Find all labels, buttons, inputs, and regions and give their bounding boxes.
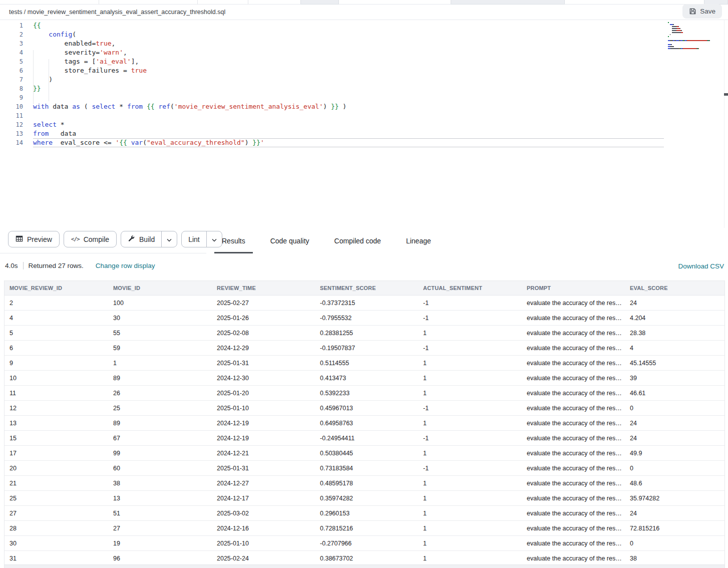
prompt-preview-text: evaluate the accuracy of the res… [527, 555, 622, 562]
cell-sentiment-score: -0.24954411 [315, 435, 418, 442]
cell-actual-sentiment: 1 [418, 330, 522, 337]
query-duration: 4.0s [5, 262, 18, 269]
cell-sentiment-score: 0.72815216 [315, 525, 418, 532]
cell-prompt: evaluate the accuracy of the res… [522, 495, 625, 502]
cell-movie-id: 19 [108, 540, 212, 547]
compile-button[interactable]: </> Compile [64, 231, 117, 247]
cell-prompt: evaluate the accuracy of the res… [522, 510, 625, 517]
cell-review-time: 2025-02-08 [212, 330, 315, 337]
cell-actual-sentiment: 1 [418, 360, 522, 367]
cell-prompt: evaluate the accuracy of the res… [522, 525, 625, 532]
cell-eval-score: 0 [625, 405, 724, 412]
cell-eval-score: 24 [625, 420, 724, 427]
cell-prompt: evaluate the accuracy of the res… [522, 345, 625, 352]
preview-label: Preview [27, 235, 52, 243]
cell-prompt: evaluate the accuracy of the res… [522, 420, 625, 427]
cell-actual-sentiment: -1 [418, 315, 522, 322]
save-icon [689, 8, 696, 15]
cell-movie-review-id: 2 [5, 300, 108, 307]
column-header: MOVIE_REVIEW_ID [5, 285, 108, 291]
editor-scrollbar-thumb[interactable] [724, 93, 728, 96]
cell-sentiment-score: 0.73183584 [315, 465, 418, 472]
download-csv-link[interactable]: Download CSV [678, 262, 724, 270]
prompt-preview-text: evaluate the accuracy of the res… [527, 510, 622, 517]
cell-review-time: 2025-01-20 [212, 390, 315, 397]
prompt-preview-text: evaluate the accuracy of the res… [527, 360, 622, 367]
table-row: 2 100 2025-02-27 -0.37372315 -1 evaluate… [5, 296, 724, 311]
tab-fragment[interactable] [451, 0, 565, 5]
chevron-down-icon [167, 235, 172, 244]
prompt-preview-text: evaluate the accuracy of the res… [527, 420, 622, 427]
cell-movie-id: 89 [108, 375, 212, 382]
cell-actual-sentiment: -1 [418, 405, 522, 412]
editor-minimap[interactable] [668, 22, 723, 50]
editor-scrollbar-track[interactable] [724, 20, 728, 228]
lint-button[interactable]: Lint [182, 231, 206, 247]
cell-review-time: 2025-01-31 [212, 465, 315, 472]
table-row: 12 25 2025-01-10 0.45967013 -1 evaluate … [5, 401, 724, 416]
save-button[interactable]: Save [682, 4, 722, 19]
cell-prompt: evaluate the accuracy of the res… [522, 300, 625, 307]
table-row: 25 13 2024-12-17 0.35974282 1 evaluate t… [5, 491, 724, 506]
cell-sentiment-score: 0.35974282 [315, 495, 418, 502]
tab-code-quality[interactable]: Code quality [258, 228, 322, 253]
cell-sentiment-score: 0.2960153 [315, 510, 418, 517]
table-header-row: MOVIE_REVIEW_ID MOVIE_ID REVIEW_TIME SEN… [5, 281, 724, 296]
code-editor[interactable]: 1234567891011121314 {{ config( enabled=t… [0, 20, 728, 228]
returned-rows-text: Returned 27 rows. [29, 262, 84, 269]
table-row: 20 60 2025-01-31 0.73183584 -1 evaluate … [5, 461, 724, 476]
cell-review-time: 2025-01-10 [212, 405, 315, 412]
table-row: 30 19 2025-01-10 -0.2707966 1 evaluate t… [5, 536, 724, 551]
build-dropdown-button[interactable] [161, 231, 177, 247]
cell-prompt: evaluate the accuracy of the res… [522, 540, 625, 547]
cell-movie-review-id: 15 [5, 435, 108, 442]
cell-sentiment-score: -0.7955532 [315, 315, 418, 322]
cell-eval-score: 72.815216 [625, 525, 724, 532]
horizontal-scrollbar[interactable] [5, 564, 724, 568]
cell-actual-sentiment: 1 [418, 540, 522, 547]
cell-movie-id: 59 [108, 345, 212, 352]
tab-results[interactable]: Results [209, 228, 258, 253]
table-row: 11 26 2025-01-20 0.5392233 1 evaluate th… [5, 386, 724, 401]
prompt-preview-text: evaluate the accuracy of the res… [527, 540, 622, 547]
editor-tab-strip[interactable] [0, 0, 728, 5]
cell-eval-score: 49.9 [625, 450, 724, 457]
cell-eval-score: 48.6 [625, 480, 724, 487]
cell-actual-sentiment: 1 [418, 420, 522, 427]
cell-review-time: 2025-01-10 [212, 540, 315, 547]
prompt-preview-text: evaluate the accuracy of the res… [527, 435, 622, 442]
cell-movie-id: 99 [108, 450, 212, 457]
indent-guide [49, 59, 49, 101]
prompt-preview-text: evaluate the accuracy of the res… [527, 315, 622, 322]
cell-movie-id: 27 [108, 525, 212, 532]
cell-prompt: evaluate the accuracy of the res… [522, 330, 625, 337]
cell-actual-sentiment: 1 [418, 390, 522, 397]
prompt-preview-text: evaluate the accuracy of the res… [527, 345, 622, 352]
indent-guide [33, 50, 34, 104]
tab-fragment[interactable] [300, 0, 339, 5]
build-split-button: Build [121, 231, 177, 247]
code-content[interactable]: {{ config( enabled=true, severity='warn'… [33, 21, 664, 147]
cell-prompt: evaluate the accuracy of the res… [522, 405, 625, 412]
prompt-preview-text: evaluate the accuracy of the res… [527, 465, 622, 472]
cell-movie-review-id: 30 [5, 540, 108, 547]
table-body: 2 100 2025-02-27 -0.37372315 -1 evaluate… [5, 296, 724, 566]
cell-sentiment-score: 0.45967013 [315, 405, 418, 412]
prompt-preview-text: evaluate the accuracy of the res… [527, 390, 622, 397]
build-button[interactable]: Build [121, 231, 161, 247]
column-header: EVAL_SCORE [625, 285, 724, 291]
file-header-bar: tests / movie_review_sentiment_analysis_… [0, 5, 728, 20]
column-header: REVIEW_TIME [212, 285, 315, 291]
change-row-display-link[interactable]: Change row display [96, 262, 155, 269]
tab-lineage[interactable]: Lineage [394, 228, 444, 253]
cell-prompt: evaluate the accuracy of the res… [522, 375, 625, 382]
column-header: MOVIE_ID [108, 285, 212, 291]
breadcrumb: tests / movie_review_sentiment_analysis_… [9, 9, 225, 16]
preview-button[interactable]: Preview [8, 231, 60, 247]
cell-actual-sentiment: -1 [418, 465, 522, 472]
cell-movie-id: 89 [108, 420, 212, 427]
tab-compiled-code[interactable]: Compiled code [322, 228, 394, 253]
cell-review-time: 2024-12-27 [212, 480, 315, 487]
tab-divider [248, 0, 248, 5]
cell-review-time: 2024-12-30 [212, 375, 315, 382]
